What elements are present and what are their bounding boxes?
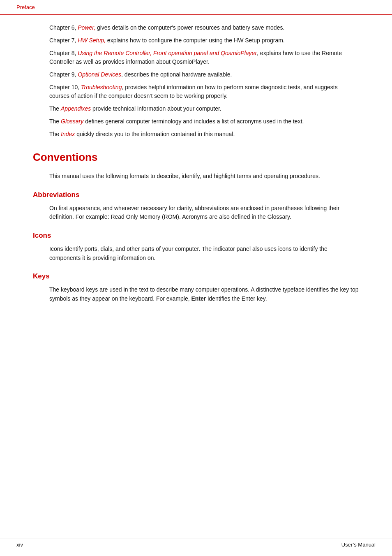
keys-body: The keyboard keys are used in the text t… (16, 285, 376, 303)
glossary-item: The Glossary defines general computer te… (49, 117, 359, 126)
index-item: The Index quickly directs you to the inf… (49, 130, 359, 139)
conventions-intro: This manual uses the following formats t… (16, 172, 376, 181)
chapter-7-prefix: Chapter 7, (49, 37, 78, 44)
icons-body: Icons identify ports, dials, and other p… (16, 245, 376, 262)
chapter-10-item: Chapter 10, Troubleshooting, provides he… (49, 83, 359, 100)
glossary-suffix: defines general computer terminology and… (83, 118, 304, 125)
keys-title: Keys (16, 272, 376, 280)
header-label: Preface (16, 4, 35, 10)
page: Preface Chapter 6, Power, gives details … (0, 0, 392, 556)
glossary-link[interactable]: Glossary (61, 118, 83, 125)
glossary-prefix: The (49, 118, 61, 125)
abbreviations-body: On first appearance, and whenever necess… (16, 204, 376, 222)
chapter-9-suffix: , describes the optional hardware availa… (121, 71, 232, 78)
page-header: Preface (0, 0, 392, 15)
chapter-6-suffix: gives details on the computer's power re… (95, 24, 284, 31)
chapter-6-prefix: Chapter 6, (49, 24, 78, 31)
chapter-8-item: Chapter 8, Using the Remote Controller, … (49, 49, 359, 66)
footer-manual-title: User’s Manual (341, 542, 376, 548)
appendixes-suffix: provide technical information about your… (91, 105, 221, 112)
page-footer: xiv User’s Manual (0, 538, 392, 548)
keys-bold-word: Enter (191, 295, 206, 302)
keys-body-after: identifies the Enter key. (206, 295, 267, 302)
icons-title: Icons (16, 232, 376, 240)
chapter-9-link[interactable]: Optional Devices (78, 71, 121, 78)
chapter-8-link[interactable]: Using the Remote Controller, Front opera… (78, 50, 257, 56)
abbreviations-title: Abbreviations (16, 191, 376, 199)
index-link[interactable]: Index (61, 131, 75, 137)
index-suffix: quickly directs you to the information c… (75, 131, 235, 137)
chapter-6-link[interactable]: Power, (78, 24, 95, 31)
content-area: Chapter 6, Power, gives details on the c… (0, 15, 392, 334)
appendixes-link[interactable]: Appendixes (61, 105, 91, 112)
chapter-10-prefix: Chapter 10, (49, 84, 81, 90)
chapter-7-link[interactable]: HW Setup, (78, 37, 106, 44)
chapter-7-suffix: explains how to configure the computer u… (106, 37, 285, 44)
conventions-title: Conventions (16, 151, 376, 164)
chapter-list: Chapter 6, Power, gives details on the c… (16, 23, 376, 139)
chapter-9-item: Chapter 9, Optional Devices, describes t… (49, 70, 359, 79)
appendixes-item: The Appendixes provide technical informa… (49, 104, 359, 113)
appendixes-prefix: The (49, 105, 61, 112)
footer-page-number: xiv (16, 542, 23, 548)
chapter-7-item: Chapter 7, HW Setup, explains how to con… (49, 36, 359, 45)
chapter-9-prefix: Chapter 9, (49, 71, 78, 78)
chapter-10-link[interactable]: Troubleshooting (81, 84, 122, 90)
chapter-8-prefix: Chapter 8, (49, 50, 78, 56)
chapter-6-item: Chapter 6, Power, gives details on the c… (49, 23, 359, 32)
index-prefix: The (49, 131, 61, 137)
